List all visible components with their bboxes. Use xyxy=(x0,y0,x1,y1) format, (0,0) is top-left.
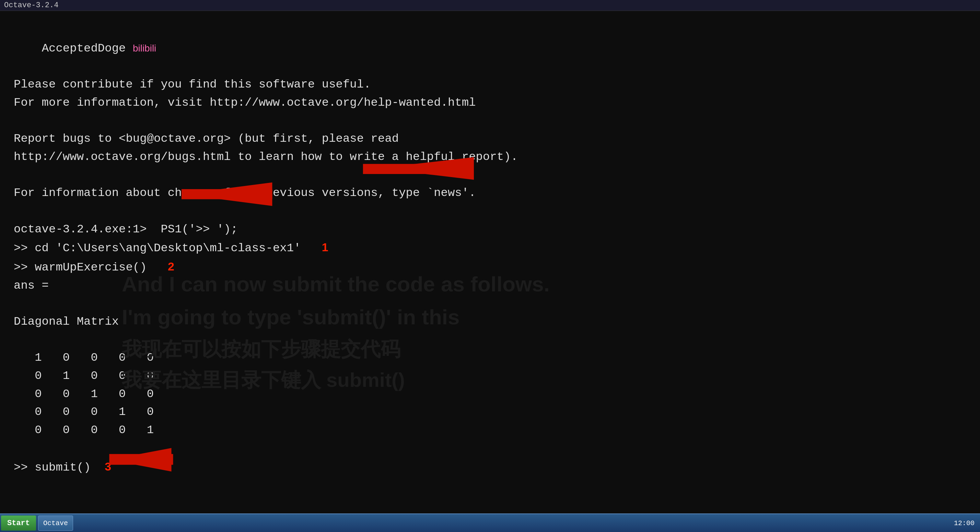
overlay-line-1: And I can now submit the code as follows… xyxy=(122,268,550,301)
terminal-body: AcceptedDoge bilibili Please contribute … xyxy=(0,11,980,532)
annotation-3: 3 xyxy=(105,460,111,473)
terminal-line-6: http://www.octave.org/bugs.html to learn… xyxy=(14,148,966,166)
start-label: Start xyxy=(7,519,30,527)
terminal-line-3: For more information, visit http://www.o… xyxy=(14,94,966,112)
terminal-line-cd: >> cd 'C:\Users\ang\Desktop\ml-class-ex1… xyxy=(14,238,966,257)
terminal-line-m5: 0 0 0 0 1 xyxy=(14,421,966,439)
overlay-line-3: 我现在可以按如下步骤提交代码 xyxy=(122,334,550,365)
terminal-line-4 xyxy=(14,111,966,130)
taskbar-octave-label: Octave xyxy=(43,519,68,527)
terminal-line-5: Report bugs to <bug@octave.org> (but fir… xyxy=(14,130,966,148)
bilibili-logo: bilibili xyxy=(133,43,156,54)
annotation-1: 1 xyxy=(322,241,328,254)
taskbar-clock-area: 12:00 xyxy=(954,519,980,527)
overlay-line-4: 我要在这里目录下键入 submit() xyxy=(122,365,550,395)
terminal-line-2: Please contribute if you find this softw… xyxy=(14,75,966,94)
clock-display: 12:00 xyxy=(954,519,975,527)
overlay-line-2: I'm going to type 'submit()' in this xyxy=(122,301,550,334)
terminal-line-submit: >> submit() 3 xyxy=(14,457,966,477)
terminal-line-8: For information about changes from previ… xyxy=(14,184,966,202)
taskbar: Start Octave 12:00 xyxy=(0,513,980,532)
terminal-line-m4: 0 0 0 1 0 xyxy=(14,403,966,421)
terminal-line-blank3 xyxy=(14,439,966,457)
terminal-line-10: octave-3.2.4.exe:1> PS1('>> '); xyxy=(14,220,966,239)
taskbar-octave-btn[interactable]: Octave xyxy=(38,516,73,530)
start-button[interactable]: Start xyxy=(1,516,36,530)
title-bar: Octave-3.2.4 xyxy=(0,0,980,11)
terminal-line-7 xyxy=(14,166,966,184)
terminal-line-1: AcceptedDoge bilibili xyxy=(14,21,966,75)
title-bar-text: Octave-3.2.4 xyxy=(4,1,58,10)
terminal-line-9 xyxy=(14,202,966,220)
username-text: AcceptedDoge xyxy=(42,42,133,55)
overlay-text-block: And I can now submit the code as follows… xyxy=(122,268,550,395)
